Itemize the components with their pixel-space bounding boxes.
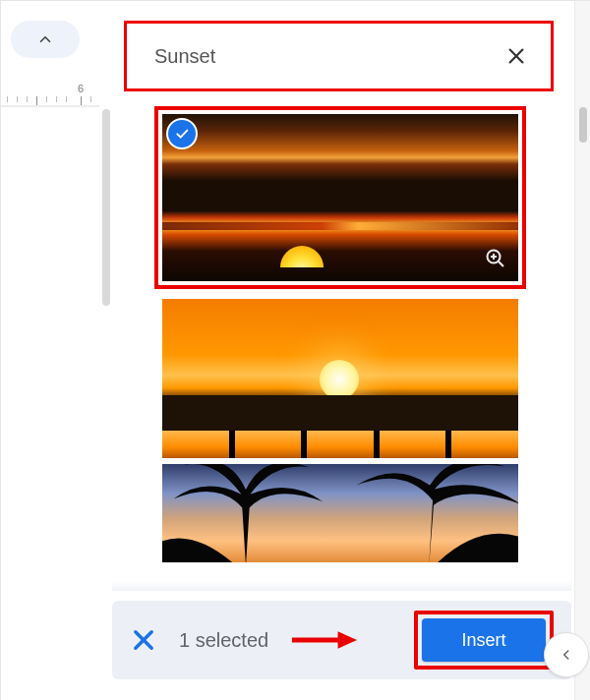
side-panel-toggle[interactable] [544,632,589,677]
search-input[interactable] [152,44,503,69]
insert-button[interactable]: Insert [422,618,546,662]
insert-button-highlight: Insert [414,611,554,670]
result-thumbnail-2[interactable] [162,299,518,458]
scrollbar-thumb[interactable] [579,107,587,143]
ruler-tick-label: 6 [78,83,84,94]
palm-silhouette-icon [335,464,518,562]
selection-check-badge [166,118,198,149]
palm-silhouette-icon [162,464,339,562]
toolbar-collapse-button[interactable] [11,21,80,58]
selection-count-label: 1 selected [179,629,268,652]
svg-marker-2 [338,631,357,648]
window-scrollbar[interactable] [574,1,590,700]
deselect-button[interactable] [130,626,157,654]
result-thumbnail-1[interactable] [162,114,518,281]
image-results [148,114,532,568]
close-icon [130,626,157,654]
magnifier-plus-icon [484,247,507,270]
close-icon [505,45,527,67]
search-field-highlight [124,21,554,91]
clear-search-button[interactable] [503,43,529,69]
chevron-up-icon [36,30,54,48]
selection-footer: 1 selected Insert [112,601,571,679]
annotation-arrow-icon [290,629,357,651]
document-edge [1,105,99,107]
check-icon [174,126,190,142]
chevron-left-icon [560,648,573,662]
panel-scrollbar[interactable] [102,109,110,306]
zoom-preview-button[interactable] [483,246,508,271]
result-thumbnail-3[interactable] [162,464,518,562]
results-fade-overlay [112,581,571,591]
